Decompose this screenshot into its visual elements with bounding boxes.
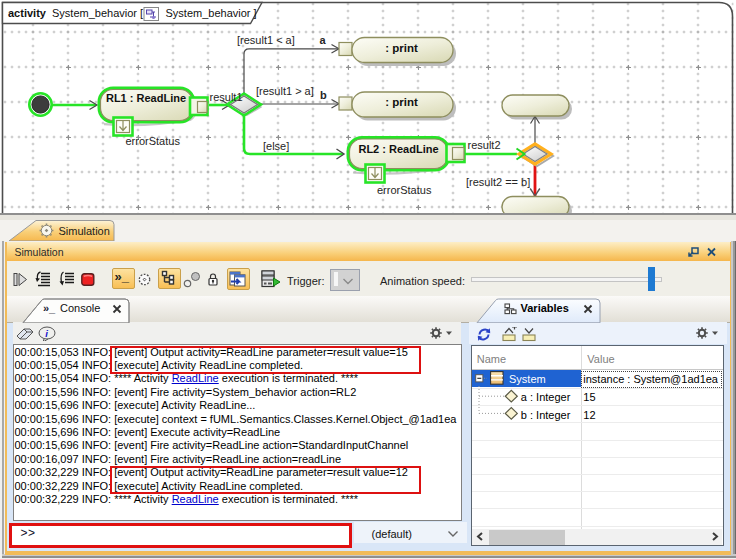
- svg-text:errorStatus: errorStatus: [126, 135, 181, 147]
- svg-text:b: b: [320, 89, 327, 101]
- svg-text:[else]: [else]: [263, 140, 289, 152]
- svg-text:result2: result2: [468, 139, 501, 151]
- svg-text:[result2 == b]: [result2 == b]: [466, 176, 530, 188]
- svg-text:i: i: [45, 328, 48, 339]
- svg-text:: print: : print: [385, 96, 418, 108]
- svg-text:System_behavior ]: System_behavior ]: [166, 7, 257, 19]
- svg-text:result1: result1: [210, 91, 243, 103]
- svg-text:[result1 < a]: [result1 < a]: [237, 34, 295, 46]
- svg-text:errorStatus: errorStatus: [377, 184, 432, 196]
- svg-text:Simulation: Simulation: [59, 225, 110, 237]
- svg-text:a: a: [320, 34, 327, 46]
- svg-text:System_behavior [: System_behavior [: [52, 7, 143, 19]
- svg-text:RL1 : ReadLine: RL1 : ReadLine: [106, 92, 186, 104]
- svg-text:RL2 : ReadLine: RL2 : ReadLine: [358, 143, 438, 155]
- svg-text:[result1 > a]: [result1 > a]: [256, 85, 314, 97]
- svg-text:activity: activity: [8, 7, 47, 19]
- svg-text:: print: : print: [385, 42, 418, 54]
